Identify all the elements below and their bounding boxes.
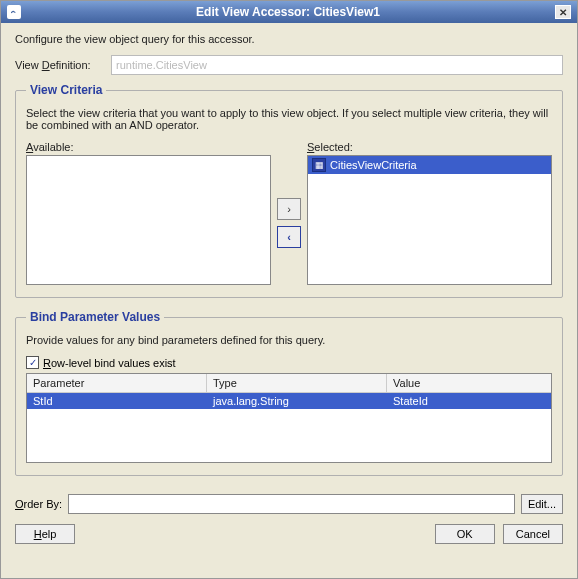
- move-right-button[interactable]: ›: [277, 198, 301, 220]
- view-criteria-legend: View Criteria: [26, 83, 106, 97]
- table-row[interactable]: StId java.lang.String StateId: [27, 393, 551, 409]
- cell-parameter: StId: [27, 393, 207, 409]
- expand-icon[interactable]: ‹: [7, 5, 21, 19]
- view-definition-label: View Definition:: [15, 59, 105, 71]
- help-button[interactable]: Help: [15, 524, 75, 544]
- cell-type: java.lang.String: [207, 393, 387, 409]
- chevron-left-icon: ‹: [287, 231, 291, 243]
- view-definition-field[interactable]: [111, 55, 563, 75]
- available-list[interactable]: [26, 155, 271, 285]
- view-criteria-desc: Select the view criteria that you want t…: [26, 107, 552, 131]
- chevron-right-icon: ›: [287, 203, 291, 215]
- order-by-label: Order By:: [15, 498, 62, 510]
- intro-text: Configure the view object query for this…: [15, 33, 563, 45]
- list-item-label: CitiesViewCriteria: [330, 159, 417, 171]
- view-criteria-group: View Criteria Select the view criteria t…: [15, 83, 563, 298]
- move-left-button[interactable]: ‹: [277, 226, 301, 248]
- bind-parameters-table[interactable]: Parameter Type Value StId java.lang.Stri…: [26, 373, 552, 463]
- title-bar: ‹ Edit View Accessor: CitiesView1 ✕: [1, 1, 577, 23]
- edit-button[interactable]: Edit...: [521, 494, 563, 514]
- selected-label: Selected:: [307, 141, 552, 153]
- cell-value: StateId: [387, 393, 551, 409]
- close-icon[interactable]: ✕: [555, 5, 571, 19]
- bind-parameters-legend: Bind Parameter Values: [26, 310, 164, 324]
- selected-list[interactable]: ▦ CitiesViewCriteria: [307, 155, 552, 285]
- dialog-title: Edit View Accessor: CitiesView1: [21, 5, 555, 19]
- bind-parameters-group: Bind Parameter Values Provide values for…: [15, 310, 563, 476]
- col-type[interactable]: Type: [207, 374, 387, 392]
- bind-parameters-desc: Provide values for any bind parameters d…: [26, 334, 552, 346]
- col-value[interactable]: Value: [387, 374, 551, 392]
- row-level-label: Row-level bind values exist: [43, 357, 176, 369]
- criteria-icon: ▦: [312, 158, 326, 172]
- check-icon: ✓: [29, 357, 37, 368]
- available-label: Available:: [26, 141, 271, 153]
- row-level-checkbox[interactable]: ✓: [26, 356, 39, 369]
- cancel-button[interactable]: Cancel: [503, 524, 563, 544]
- ok-button[interactable]: OK: [435, 524, 495, 544]
- order-by-field[interactable]: [68, 494, 515, 514]
- col-parameter[interactable]: Parameter: [27, 374, 207, 392]
- list-item[interactable]: ▦ CitiesViewCriteria: [308, 156, 551, 174]
